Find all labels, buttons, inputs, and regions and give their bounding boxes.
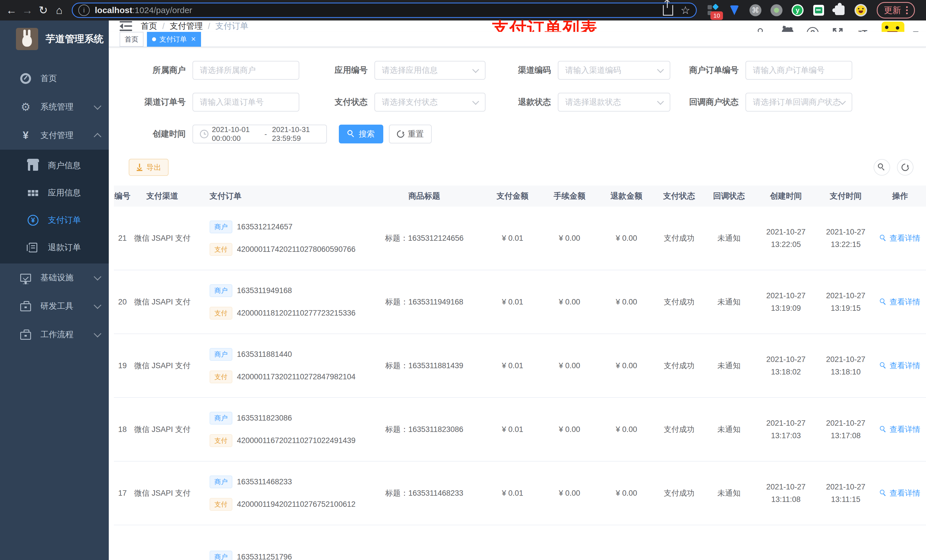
dashboard-icon	[20, 73, 31, 84]
ext-balloon-icon[interactable]	[728, 4, 741, 17]
chevron-down-icon	[839, 98, 846, 105]
ext-tabs-icon[interactable]: 10	[707, 4, 720, 17]
merchant-input[interactable]: 请选择所属商户	[192, 61, 299, 80]
refund-status-select[interactable]: 请选择退款状态	[558, 93, 670, 112]
channel-code-select[interactable]: 请输入渠道编码	[558, 61, 670, 80]
grid-icon	[27, 187, 39, 199]
table-row: 21 微信 JSAPI 支付 商户1635312124657 支付4200001…	[114, 207, 926, 270]
magnifier-icon	[880, 235, 887, 242]
date-end: 2021-10-31 23:59:59	[272, 125, 319, 143]
sidebar-item-devtools[interactable]: 研发工具	[0, 292, 109, 320]
ext-badge: 10	[710, 11, 723, 20]
pay-tag: 支付	[210, 370, 232, 383]
browser-forward-button[interactable]: →	[20, 2, 35, 18]
screen: ← → ↻ ⌂ i localhost:1024/pay/order ☆ 10 …	[0, 0, 926, 560]
sidebar-item-payment[interactable]: ¥ 支付管理	[0, 121, 109, 150]
clock-icon	[200, 130, 209, 138]
pay-status-label: 支付状态	[299, 97, 374, 108]
browser-profile-avatar[interactable]	[855, 4, 867, 17]
sidebar-item-refund-order[interactable]: 退款订单	[0, 234, 109, 261]
table-header-row: 编号 支付渠道 支付订单 商品标题 支付金额 手续金额 退款金额 支付状态 回调…	[114, 186, 926, 207]
sidebar-item-system[interactable]: ⚙ 系统管理	[0, 93, 109, 121]
magnifier-icon	[880, 490, 887, 497]
chevron-down-icon	[657, 66, 664, 73]
sidebar: 芋道管理系统 首页 ⚙ 系统管理 ¥ 支付管理	[0, 21, 109, 560]
browser-home-button[interactable]: ⌂	[51, 2, 67, 18]
shop-icon	[27, 160, 39, 171]
active-tab-dot	[152, 37, 156, 41]
merchant-tag: 商户	[210, 348, 232, 361]
pay-circle-icon: ¥	[27, 214, 39, 226]
share-icon[interactable]	[663, 5, 673, 16]
breadcrumb-home[interactable]: 首页	[141, 21, 157, 32]
gear-icon: ⚙	[20, 101, 31, 113]
table-row: 19 微信 JSAPI 支付 商户1635311881440 支付4200001…	[114, 334, 926, 398]
refresh-icon	[395, 129, 406, 139]
toggle-search-button[interactable]	[874, 159, 890, 175]
browser-reload-button[interactable]: ↻	[35, 2, 51, 18]
merchant-tag: 商户	[210, 220, 232, 233]
view-detail-link[interactable]: 查看详情	[880, 424, 920, 435]
extensions-puzzle-icon[interactable]	[834, 4, 846, 17]
reset-button[interactable]: 重置	[389, 125, 432, 143]
search-button[interactable]: 搜索	[339, 125, 383, 143]
pay-tag: 支付	[210, 434, 232, 447]
app-select[interactable]: 请选择应用信息	[374, 61, 486, 80]
filter-form: 所属商户 请选择所属商户 应用编号 请选择应用信息 渠道编码 请输入渠道编码 商…	[109, 47, 926, 157]
download-icon	[136, 164, 143, 171]
app-title: 芋道管理系统	[45, 32, 104, 45]
browser-back-button[interactable]: ←	[3, 2, 20, 18]
ext-chat-icon[interactable]	[813, 4, 825, 17]
ext-record-icon[interactable]	[770, 4, 783, 17]
chevron-down-icon	[94, 102, 101, 110]
sidebar-item-home[interactable]: 首页	[0, 64, 109, 93]
merchant-order-no-label: 商户订单编号	[670, 65, 746, 76]
chevron-down-icon	[657, 98, 664, 105]
refresh-table-button[interactable]	[897, 159, 914, 175]
tab-pay-order[interactable]: 支付订单 ✕	[147, 32, 201, 47]
notify-status-label: 回调商户状态	[670, 97, 746, 108]
view-detail-link[interactable]: 查看详情	[880, 361, 920, 371]
logo-image	[16, 28, 38, 50]
breadcrumb-payment[interactable]: 支付管理	[170, 21, 203, 32]
sidebar-item-infra[interactable]: 基础设施	[0, 264, 109, 292]
channel-order-no-input[interactable]: 请输入渠道订单号	[192, 93, 299, 112]
briefcase-icon	[20, 329, 31, 340]
hamburger-icon[interactable]	[120, 21, 132, 31]
sidebar-item-merchant-info[interactable]: 商户信息	[0, 152, 109, 179]
sidebar-item-workflow[interactable]: 工作流程	[0, 320, 109, 349]
view-detail-link[interactable]: 查看详情	[880, 233, 920, 243]
browser-update-button[interactable]: 更新	[877, 2, 915, 18]
view-detail-link[interactable]: 查看详情	[880, 488, 920, 498]
notify-status-select[interactable]: 请选择订单回调商户状态	[746, 93, 852, 112]
merchant-tag: 商户	[210, 284, 232, 297]
pay-tag: 支付	[210, 243, 232, 256]
chevron-up-icon	[94, 133, 101, 140]
tab-home[interactable]: 首页	[120, 32, 144, 47]
breadcrumb-current: 支付订单	[215, 21, 248, 32]
merchant-label: 所属商户	[129, 65, 192, 76]
merchant-tag: 商户	[210, 412, 232, 424]
address-bar[interactable]: i localhost:1024/pay/order ☆	[72, 3, 697, 18]
view-detail-link[interactable]: 查看详情	[880, 297, 920, 307]
sidebar-item-pay-order[interactable]: ¥ 支付订单	[0, 207, 109, 234]
pay-status-select[interactable]: 请选择支付状态	[374, 93, 486, 112]
ext-command-icon[interactable]: ⌘	[749, 4, 762, 17]
create-time-range-input[interactable]: 2021-10-01 00:00:00 - 2021-10-31 23:59:5…	[192, 125, 327, 143]
bookmark-star-icon[interactable]: ☆	[681, 4, 690, 17]
ext-y-icon[interactable]: y	[791, 4, 804, 17]
app-logo[interactable]: 芋道管理系统	[0, 21, 109, 56]
documents-icon	[27, 242, 39, 253]
main-area: 首页 / 支付管理 / 支付订单 支付订单列表 ? TT	[109, 21, 926, 560]
chevron-down-icon	[472, 98, 479, 105]
sidebar-item-app-info[interactable]: 应用信息	[0, 179, 109, 207]
browser-menu-icon[interactable]	[906, 6, 908, 14]
create-time-label: 创建时间	[129, 128, 192, 140]
close-icon[interactable]: ✕	[191, 36, 196, 43]
export-button[interactable]: 导出	[129, 159, 169, 176]
breadcrumb: 首页 / 支付管理 / 支付订单	[141, 21, 248, 32]
table-row: 20 微信 JSAPI 支付 商户1635311949168 支付4200001…	[114, 270, 926, 334]
merchant-order-no-input[interactable]: 请输入商户订单编号	[746, 61, 852, 80]
merchant-tag: 商户	[210, 551, 232, 560]
site-info-icon[interactable]: i	[78, 5, 90, 16]
